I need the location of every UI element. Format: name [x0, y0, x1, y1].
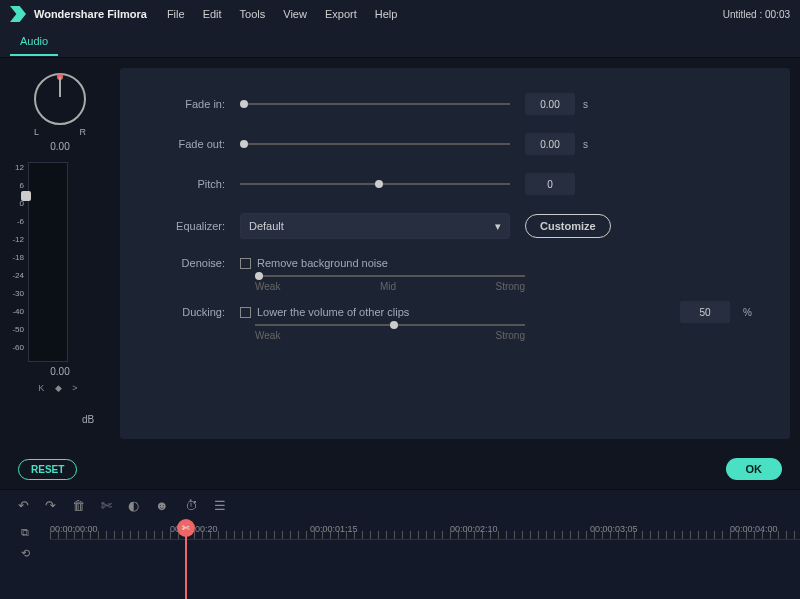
keyframe-controls[interactable]: K ◆ > — [8, 383, 112, 393]
menu-tools[interactable]: Tools — [240, 8, 266, 20]
fadein-unit: s — [583, 99, 588, 110]
timer-icon[interactable]: ⏱ — [185, 498, 198, 513]
reset-button[interactable]: RESET — [18, 459, 77, 480]
audio-settings: Fade in: s Fade out: s Pitch: Equalizer:… — [120, 68, 790, 439]
fadeout-label: Fade out: — [150, 138, 240, 150]
denoise-slider[interactable] — [255, 275, 525, 277]
action-bar: RESET OK — [0, 449, 800, 489]
equalizer-label: Equalizer: — [150, 220, 240, 232]
timeline-toolbar: ↶ ↷ 🗑 ✄ ◐ ☻ ⏱ ☰ — [0, 490, 800, 520]
ducking-unit: % — [743, 307, 752, 318]
speed-icon[interactable]: ☻ — [155, 498, 169, 513]
fadeout-input[interactable] — [525, 133, 575, 155]
scissors-icon[interactable]: ✄ — [177, 519, 195, 537]
menu-edit[interactable]: Edit — [203, 8, 222, 20]
undo-icon[interactable]: ↶ — [18, 498, 29, 513]
fadein-input[interactable] — [525, 93, 575, 115]
link-icon[interactable]: ⟲ — [21, 547, 30, 560]
pitch-slider[interactable] — [240, 183, 510, 185]
main-menu: File Edit Tools View Export Help — [167, 8, 397, 20]
pan-left-label: L — [34, 127, 39, 137]
fadein-label: Fade in: — [150, 98, 240, 110]
ok-button[interactable]: OK — [726, 458, 783, 480]
fadein-slider[interactable] — [240, 103, 510, 105]
ducking-slider[interactable] — [255, 324, 525, 326]
timeline-ruler[interactable]: 00:00:00:00 00:00:00:20 00:00:01:15 00:0… — [50, 520, 800, 540]
split-icon[interactable]: ✄ — [101, 498, 112, 513]
gain-slider-thumb[interactable] — [21, 191, 31, 201]
timeline-tracks[interactable]: 00:00:00:00 00:00:00:20 00:00:01:15 00:0… — [50, 520, 800, 599]
redo-icon[interactable]: ↷ — [45, 498, 56, 513]
ducking-input[interactable] — [680, 301, 730, 323]
titlebar: Wondershare Filmora File Edit Tools View… — [0, 0, 800, 28]
tabs-row: Audio — [0, 28, 800, 58]
playhead[interactable]: ✄ — [185, 520, 187, 599]
trash-icon[interactable]: 🗑 — [72, 498, 85, 513]
equalizer-select[interactable]: Default ▾ — [240, 213, 510, 239]
timeline: ↶ ↷ 🗑 ✄ ◐ ☻ ⏱ ☰ ⧉ ⟲ 00:00:00:00 00:00:00… — [0, 489, 800, 599]
app-title: Wondershare Filmora — [34, 8, 147, 20]
level-meter: 1260 -6-12-18 -24-30-40 -50-60 — [8, 162, 112, 362]
track-add-icon[interactable]: ⧉ — [21, 526, 29, 539]
pitch-input[interactable] — [525, 173, 575, 195]
crop-icon[interactable]: ◐ — [128, 498, 139, 513]
ducking-checkbox[interactable] — [240, 307, 251, 318]
pitch-label: Pitch: — [150, 178, 240, 190]
denoise-label: Denoise: — [150, 257, 240, 269]
settings-icon[interactable]: ☰ — [214, 498, 226, 513]
timeline-left-controls: ⧉ ⟲ — [0, 520, 50, 599]
customize-button[interactable]: Customize — [525, 214, 611, 238]
pan-right-label: R — [80, 127, 87, 137]
denoise-text: Remove background noise — [257, 257, 388, 269]
denoise-checkbox[interactable] — [240, 258, 251, 269]
document-title: Untitled : 00:03 — [723, 9, 790, 20]
tab-audio[interactable]: Audio — [10, 28, 58, 56]
ducking-text: Lower the volume of other clips — [257, 306, 409, 318]
menu-file[interactable]: File — [167, 8, 185, 20]
meter-value: 0.00 — [8, 366, 112, 377]
menu-view[interactable]: View — [283, 8, 307, 20]
fadeout-slider[interactable] — [240, 143, 510, 145]
pan-knob[interactable] — [34, 73, 86, 125]
audio-sidebar: L R 0.00 1260 -6-12-18 -24-30-40 -50-60 … — [0, 58, 120, 449]
chevron-down-icon: ▾ — [495, 220, 501, 233]
fadeout-unit: s — [583, 139, 588, 150]
app-logo-icon — [10, 6, 26, 22]
ducking-label: Ducking: — [150, 306, 240, 318]
equalizer-value: Default — [249, 220, 284, 232]
meter-bars — [28, 162, 68, 362]
menu-export[interactable]: Export — [325, 8, 357, 20]
pan-value: 0.00 — [8, 141, 112, 152]
audio-panel: L R 0.00 1260 -6-12-18 -24-30-40 -50-60 … — [0, 58, 800, 449]
menu-help[interactable]: Help — [375, 8, 398, 20]
meter-unit: dB — [82, 414, 94, 425]
